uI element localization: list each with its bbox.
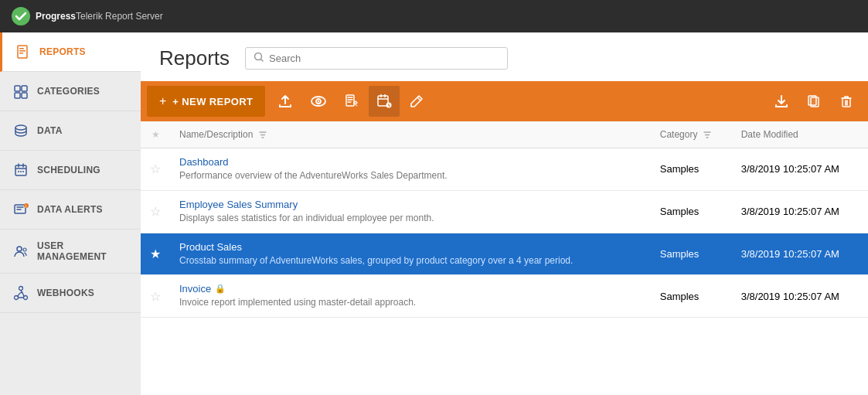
categories-icon bbox=[12, 83, 29, 100]
sidebar-item-categories[interactable]: CATEGORIES bbox=[0, 72, 141, 111]
svg-rect-7 bbox=[15, 93, 20, 98]
svg-rect-31 bbox=[842, 98, 850, 107]
search-input[interactable] bbox=[269, 53, 499, 64]
sidebar-label-reports: REPORTS bbox=[39, 46, 86, 57]
sidebar-item-user-management[interactable]: USER MANAGEMENT bbox=[0, 230, 141, 274]
col-header-star: ★ bbox=[141, 121, 170, 148]
star-cell: ☆ bbox=[141, 148, 170, 191]
category-cell: Samples bbox=[651, 275, 732, 318]
svg-point-18 bbox=[23, 248, 26, 251]
sidebar-item-webhooks[interactable]: WEBHOOKS bbox=[0, 274, 141, 313]
star-button[interactable]: ☆ bbox=[150, 162, 161, 176]
svg-point-11 bbox=[18, 171, 19, 172]
table-row[interactable]: ☆ Employee Sales Summary Displays sales … bbox=[141, 190, 868, 233]
name-cell: Invoice 🔒 Invoice report implemented usi… bbox=[170, 275, 651, 318]
svg-point-13 bbox=[22, 171, 24, 172]
download-button[interactable] bbox=[766, 86, 797, 117]
sidebar-label-scheduling: SCHEDULING bbox=[37, 165, 100, 175]
sidebar: REPORTS CATEGORIES DATA bbox=[0, 32, 141, 395]
main-content: Reports + + NEW REPORT bbox=[141, 32, 868, 395]
top-nav: Progress​Telerik​ Report Server bbox=[0, 0, 868, 32]
category-cell: Samples bbox=[651, 190, 732, 233]
name-cell: Product Sales Crosstab summary of Advent… bbox=[170, 233, 651, 275]
star-button[interactable]: ☆ bbox=[150, 289, 161, 304]
webhooks-icon bbox=[12, 284, 29, 301]
star-cell: ★ bbox=[141, 233, 170, 275]
page-header: Reports bbox=[141, 32, 868, 81]
star-cell: ☆ bbox=[141, 275, 170, 318]
svg-rect-30 bbox=[808, 96, 816, 105]
date-cell: 3/8/2019 10:25:07 AM bbox=[732, 275, 868, 318]
user-management-icon bbox=[12, 243, 29, 260]
brand-text: Progress​Telerik​ Report Server bbox=[36, 11, 163, 22]
report-desc: Crosstab summary of AdventureWorks sales… bbox=[179, 254, 642, 267]
svg-rect-4 bbox=[19, 53, 23, 54]
table-row[interactable]: ★ Product Sales Crosstab summary of Adve… bbox=[141, 233, 868, 275]
progress-logo-icon bbox=[11, 6, 31, 26]
report-name-link[interactable]: Employee Sales Summary bbox=[179, 199, 298, 210]
report-name-link[interactable]: Dashboard bbox=[179, 156, 229, 168]
svg-rect-3 bbox=[19, 50, 26, 52]
sidebar-item-data[interactable]: DATA bbox=[0, 111, 141, 151]
svg-point-21 bbox=[19, 287, 23, 291]
date-cell: 3/8/2019 10:25:07 AM bbox=[732, 233, 868, 275]
scheduling-icon bbox=[12, 162, 29, 179]
col-header-category[interactable]: Category bbox=[651, 121, 732, 148]
star-cell: ☆ bbox=[141, 190, 170, 233]
data-alerts-icon: ! bbox=[12, 201, 29, 218]
name-cell: Dashboard Performance overview of the Ad… bbox=[170, 148, 651, 191]
date-cell: 3/8/2019 10:25:07 AM bbox=[732, 190, 868, 233]
new-report-label: + NEW REPORT bbox=[172, 96, 253, 107]
schedule-button[interactable] bbox=[369, 86, 400, 117]
new-report-button[interactable]: + + NEW REPORT bbox=[147, 86, 265, 117]
date-cell: 3/8/2019 10:25:07 AM bbox=[732, 148, 868, 191]
table-row[interactable]: ☆ Dashboard Performance overview of the … bbox=[141, 148, 868, 191]
svg-point-9 bbox=[15, 125, 26, 130]
data-icon bbox=[12, 122, 29, 139]
sidebar-label-categories: CATEGORIES bbox=[37, 86, 100, 97]
report-name-link[interactable]: Invoice 🔒 bbox=[179, 283, 226, 295]
svg-point-0 bbox=[12, 7, 30, 26]
copy-button[interactable] bbox=[798, 86, 829, 117]
page-title: Reports bbox=[159, 46, 230, 70]
report-desc: Invoice report implemented using master-… bbox=[179, 296, 642, 309]
sidebar-item-reports[interactable]: REPORTS bbox=[0, 32, 141, 72]
sidebar-label-data-alerts: DATA ALERTS bbox=[37, 204, 103, 215]
category-cell: Samples bbox=[651, 233, 732, 275]
star-button[interactable]: ☆ bbox=[150, 204, 161, 219]
star-button[interactable]: ★ bbox=[150, 247, 161, 261]
category-filter-icon[interactable] bbox=[703, 129, 711, 140]
reports-table-container: ★ Name/Description Category bbox=[141, 121, 868, 395]
toolbar: + + NEW REPORT bbox=[141, 81, 868, 121]
svg-text:!: ! bbox=[26, 204, 27, 209]
svg-rect-26 bbox=[346, 95, 354, 106]
name-cell: Employee Sales Summary Displays sales st… bbox=[170, 190, 651, 233]
table-header-row: ★ Name/Description Category bbox=[141, 121, 868, 148]
report-name-link[interactable]: Product Sales bbox=[179, 241, 242, 253]
col-header-date: Date Modified bbox=[732, 121, 868, 148]
star-header-icon: ★ bbox=[151, 129, 160, 140]
svg-rect-10 bbox=[15, 165, 26, 175]
svg-rect-5 bbox=[15, 86, 20, 91]
preview-button[interactable] bbox=[302, 86, 335, 117]
edit-report-button[interactable] bbox=[336, 86, 367, 117]
upload-button[interactable] bbox=[270, 86, 301, 117]
sidebar-item-scheduling[interactable]: SCHEDULING bbox=[0, 151, 141, 190]
col-header-name[interactable]: Name/Description bbox=[170, 121, 651, 148]
reports-icon bbox=[15, 43, 32, 60]
sidebar-label-webhooks: WEBHOOKS bbox=[37, 288, 94, 298]
brand-logo: Progress​Telerik​ Report Server bbox=[11, 6, 163, 26]
svg-rect-2 bbox=[19, 48, 24, 49]
edit-button[interactable] bbox=[401, 86, 432, 117]
svg-rect-8 bbox=[22, 93, 27, 98]
sidebar-item-data-alerts[interactable]: ! DATA ALERTS bbox=[0, 190, 141, 230]
search-icon bbox=[254, 52, 264, 65]
lock-icon: 🔒 bbox=[215, 284, 226, 294]
category-cell: Samples bbox=[651, 148, 732, 191]
name-filter-icon[interactable] bbox=[259, 129, 267, 140]
delete-button[interactable] bbox=[831, 86, 862, 117]
search-box[interactable] bbox=[245, 47, 508, 70]
svg-point-12 bbox=[20, 171, 22, 172]
svg-point-17 bbox=[17, 247, 22, 251]
table-row[interactable]: ☆ Invoice 🔒 Invoice report implemented u… bbox=[141, 275, 868, 318]
